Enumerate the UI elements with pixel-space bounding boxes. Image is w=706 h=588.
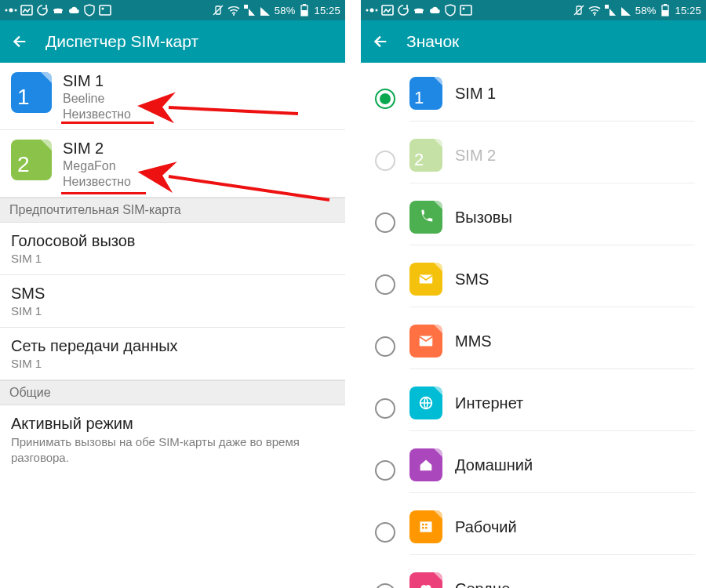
svg-point-0 (9, 9, 13, 13)
sim2-item[interactable]: 2 SIM 2 MegaFon Неизвестно (0, 130, 345, 198)
svg-rect-10 (244, 5, 248, 9)
svg-rect-36 (422, 527, 424, 529)
picture-icon (381, 4, 394, 16)
status-bar: 58% 15:25 (0, 0, 345, 20)
setting-sms[interactable]: SMS SIM 1 (0, 275, 345, 328)
svg-rect-12 (301, 10, 308, 16)
sim2-carrier: MegaFon (63, 159, 131, 173)
hat-icon (413, 4, 425, 16)
svg-rect-20 (415, 11, 423, 13)
option-work[interactable]: Рабочий (361, 501, 706, 563)
notif-icon (366, 4, 378, 16)
svg-point-6 (102, 8, 104, 10)
section-general: Общие (0, 380, 345, 405)
svg-rect-4 (54, 11, 62, 13)
radio-icon[interactable] (375, 522, 395, 543)
hat-icon (52, 4, 64, 16)
clock: 15:25 (314, 5, 340, 16)
section-pref: Предпочтительная SIM-карта (0, 198, 345, 223)
svg-point-1 (5, 9, 8, 12)
svg-rect-28 (662, 10, 668, 16)
phone-icon (409, 201, 442, 234)
envelope-icon (409, 263, 442, 296)
wifi-icon (588, 4, 601, 16)
refresh-icon (36, 4, 49, 16)
radio-icon[interactable] (375, 460, 395, 481)
radio-icon[interactable] (375, 398, 395, 419)
radio-icon[interactable] (375, 212, 395, 233)
setting-active-mode[interactable]: Активный режим Принимать вызовы на обе S… (0, 405, 345, 476)
sim1-item[interactable]: 1 SIM 1 Beeline Неизвестно (0, 63, 345, 130)
svg-point-22 (463, 8, 465, 10)
cloud-icon (67, 4, 80, 16)
sim2-icon: 2 (11, 140, 52, 180)
option-calls[interactable]: Вызовы (361, 191, 706, 253)
back-arrow-icon[interactable] (372, 33, 389, 50)
svg-rect-26 (605, 5, 609, 9)
option-sms[interactable]: SMS (361, 253, 706, 315)
work-icon (409, 510, 442, 543)
svg-rect-21 (460, 5, 471, 15)
svg-point-2 (15, 9, 17, 12)
annotation-underline-1 (61, 122, 154, 124)
radio-icon[interactable] (375, 89, 395, 109)
sim1-icon: 1 (11, 72, 52, 113)
app-bar: Диспетчер SIM-карт (0, 20, 345, 63)
novibe-icon (212, 4, 224, 16)
radio-icon[interactable] (375, 151, 395, 171)
svg-rect-35 (425, 524, 428, 526)
app-bar: Значок (361, 20, 706, 63)
sim1-carrier: Beeline (63, 92, 131, 106)
refresh-icon (397, 4, 409, 16)
sim2-signal-icon (259, 4, 271, 16)
novibe-icon (573, 4, 585, 16)
battery-icon (659, 4, 671, 16)
radio-icon[interactable] (375, 583, 395, 588)
globe-icon (409, 387, 442, 419)
svg-rect-34 (422, 524, 424, 526)
option-mms[interactable]: MMS (361, 315, 706, 377)
screen-title: Значок (406, 32, 459, 51)
sim2-status: Неизвестно (63, 175, 131, 189)
sim2-signal-icon (620, 4, 632, 16)
option-sim1[interactable]: 1 SIM 1 (361, 67, 706, 129)
setting-voice[interactable]: Голосовой вызов SIM 1 (0, 223, 345, 275)
radio-icon[interactable] (375, 336, 395, 357)
sim1-icon: 1 (409, 77, 442, 110)
sim1-signal-icon (243, 4, 256, 16)
svg-point-18 (376, 9, 378, 12)
svg-line-8 (213, 5, 223, 15)
sim2-icon: 2 (409, 139, 442, 172)
svg-rect-13 (303, 4, 306, 5)
battery-percent: 58% (635, 5, 657, 16)
shield-icon (444, 4, 457, 16)
back-arrow-icon[interactable] (11, 33, 28, 50)
option-heart[interactable]: Сердце (361, 563, 706, 588)
status-bar: 58% 15:25 (361, 0, 706, 20)
left-screen: 58% 15:25 Диспетчер SIM-карт 1 SIM 1 Bee… (0, 0, 345, 588)
image2-icon (99, 4, 111, 16)
option-sim2[interactable]: 2 SIM 2 (361, 129, 706, 191)
sim1-status: Неизвестно (63, 107, 131, 122)
sim1-signal-icon (604, 4, 617, 16)
svg-rect-37 (425, 527, 428, 529)
setting-data[interactable]: Сеть передачи данных SIM 1 (0, 328, 345, 380)
sim2-name: SIM 2 (63, 140, 131, 158)
svg-point-17 (366, 9, 369, 12)
screen-title: Диспетчер SIM-карт (45, 32, 198, 51)
svg-line-24 (574, 5, 584, 15)
option-home[interactable]: Домашний (361, 439, 706, 501)
annotation-underline-2 (61, 192, 146, 194)
cloud-icon (428, 4, 441, 16)
svg-rect-29 (664, 4, 667, 5)
shield-icon (83, 4, 96, 16)
svg-point-25 (594, 14, 595, 16)
right-screen: 58% 15:25 Значок 1 SIM 1 2 SIM 2 (361, 0, 706, 588)
option-internet[interactable]: Интернет (361, 377, 706, 439)
image2-icon (460, 4, 472, 16)
clock: 15:25 (675, 5, 701, 16)
svg-point-16 (370, 9, 374, 13)
icon-radio-list: 1 SIM 1 2 SIM 2 Вызовы (361, 63, 706, 588)
radio-icon[interactable] (375, 274, 395, 295)
sim1-name: SIM 1 (63, 72, 131, 90)
